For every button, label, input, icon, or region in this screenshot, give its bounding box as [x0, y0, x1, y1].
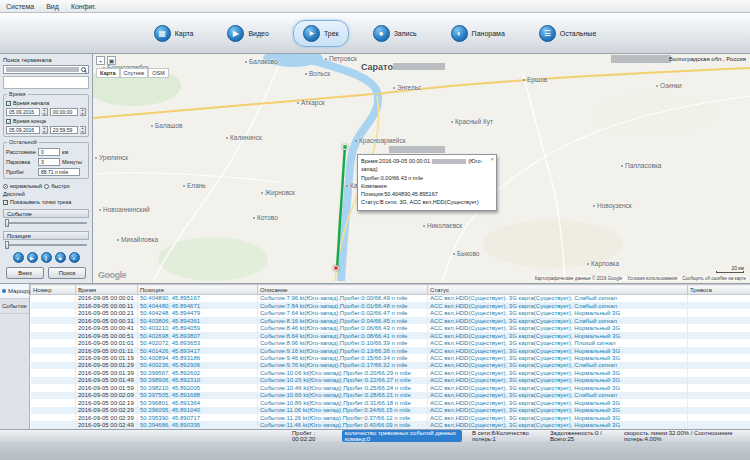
- table-row[interactable]: 2016-09-05 00:00:0150.404890, 45.895167С…: [31, 295, 750, 302]
- map-scale: 20 км: [716, 265, 744, 273]
- panorama-icon: ◐: [451, 25, 468, 42]
- table-row[interactable]: 2016-09-05 00:01:4950.398906, 45.892310С…: [31, 377, 750, 384]
- layer-osm-button[interactable]: OSM: [148, 68, 169, 78]
- parking-input[interactable]: 3: [38, 158, 60, 166]
- terminal-search-input[interactable]: [3, 65, 89, 74]
- event-section-header[interactable]: Событие: [3, 209, 89, 218]
- table-row[interactable]: 2016-09-05 00:00:1150.404480, 45.894671С…: [31, 302, 750, 309]
- zoom-in-icon[interactable]: +: [96, 56, 105, 65]
- table-row[interactable]: 2016-09-05 00:02:0950.397505, 45.891688С…: [31, 392, 750, 399]
- column-header[interactable]: Номер: [31, 285, 76, 295]
- tab-event[interactable]: Событие: [0, 299, 29, 314]
- window-edge: [0, 442, 750, 460]
- popup-close-icon[interactable]: ×: [490, 155, 494, 164]
- redacted-vehicle: [432, 159, 466, 164]
- other-group-title: Остальной: [7, 139, 39, 145]
- toolbar-tab-label: Карта: [175, 30, 194, 37]
- redacted-label: [611, 55, 671, 63]
- pause-button[interactable]: ∥: [41, 252, 52, 263]
- mileage-input[interactable]: 88.71 n mile: [38, 168, 80, 176]
- toolbar-tab-Запись[interactable]: ●Запись: [363, 20, 427, 47]
- map-attribution: Картографические данные © 2016 Google Ус…: [533, 276, 748, 281]
- table-row[interactable]: 2016-09-05 00:01:2950.400236, 45.892906С…: [31, 362, 750, 369]
- map-label: Энгельс: [393, 84, 421, 91]
- layer-map-button[interactable]: Карта: [96, 68, 120, 78]
- distance-select[interactable]: 0: [38, 148, 60, 156]
- time-start-checkbox[interactable]: [6, 101, 11, 106]
- mode-normal-radio[interactable]: [3, 184, 8, 189]
- event-slider[interactable]: [3, 218, 89, 227]
- start-date-spinner[interactable]: ▲▼: [42, 108, 48, 116]
- track-end-marker[interactable]: [333, 265, 339, 271]
- column-header[interactable]: Тревога: [688, 285, 750, 295]
- end-time-input[interactable]: 23:59:59: [50, 126, 78, 134]
- start-time-spinner[interactable]: ▲▼: [80, 108, 86, 116]
- route-icon: [2, 289, 6, 293]
- map-canvas[interactable]: СаратовЭнгельсБалаковоВольскПетровскАтка…: [93, 54, 750, 283]
- play-button[interactable]: ▶: [27, 252, 38, 263]
- table-row[interactable]: 2016-09-05 00:01:0150.402072, 45.893653С…: [31, 339, 750, 346]
- column-header[interactable]: Описание: [258, 285, 428, 295]
- alarm-count[interactable]: количество тревожных событий данных кома…: [342, 430, 462, 442]
- event-slider-handle[interactable]: [5, 219, 9, 227]
- layer-satellite-button[interactable]: Спутник: [120, 68, 149, 78]
- table-row[interactable]: 2016-09-05 00:00:3150.403806, 45.894361С…: [31, 317, 750, 324]
- menu-config[interactable]: Конфиг.: [71, 3, 96, 10]
- forward-button[interactable]: »: [69, 252, 80, 263]
- toolbar-tab-Панорама[interactable]: ◐Панорама: [441, 20, 515, 47]
- table-row[interactable]: 2016-09-05 00:00:4150.403210, 45.894059С…: [31, 324, 750, 331]
- stop-button[interactable]: ■: [55, 252, 66, 263]
- end-date-spinner[interactable]: ▲▼: [42, 126, 48, 134]
- search-icon[interactable]: [81, 67, 86, 72]
- toolbar-tab-Карта[interactable]: ▦Карта: [144, 20, 204, 47]
- position-section-header[interactable]: Позиция: [3, 231, 89, 240]
- menu-view[interactable]: Вид: [46, 3, 59, 10]
- position-slider-handle[interactable]: [5, 241, 9, 249]
- table-row[interactable]: 2016-09-05 00:01:1950.400894, 45.893186С…: [31, 354, 750, 361]
- popup-status: Статус:В сети, 3G, ACC вкл,HDD(Существуе…: [361, 198, 493, 206]
- track-start-marker[interactable]: [342, 144, 348, 150]
- table-row[interactable]: 2016-09-05 00:02:4950.394686, 45.890395С…: [31, 421, 750, 429]
- distance-unit: км: [62, 149, 68, 155]
- toolbar-tab-Трек[interactable]: ➤Трек: [293, 20, 349, 47]
- end-date-input[interactable]: 05.09.2016: [6, 126, 40, 134]
- down-button[interactable]: Вниз: [6, 267, 44, 279]
- rewind-button[interactable]: «: [13, 252, 24, 263]
- table-row[interactable]: 2016-09-05 00:01:1150.401426, 45.893417С…: [31, 347, 750, 354]
- table-row[interactable]: 2016-09-05 00:00:2150.404248, 45.894479С…: [31, 309, 750, 316]
- column-header[interactable]: Время: [76, 285, 138, 295]
- toolbar-tab-label: Трек: [324, 30, 339, 37]
- redacted-label: [389, 146, 445, 153]
- menu-system[interactable]: Система: [6, 3, 34, 10]
- table-row[interactable]: 2016-09-05 00:02:3950.395390, 45.890717С…: [31, 414, 750, 421]
- map-label: Ершов: [523, 76, 547, 83]
- toolbar-tab-Видео[interactable]: ▶Видео: [217, 20, 278, 47]
- table-row[interactable]: 2016-09-05 00:00:5150.402698, 45.893807С…: [31, 332, 750, 339]
- time-end-checkbox[interactable]: [6, 119, 11, 124]
- toolbar-tab-Остальные[interactable]: ☰Остальные: [529, 20, 607, 47]
- map-label: Калининск: [226, 134, 262, 141]
- position-slider[interactable]: [3, 240, 89, 249]
- mode-fast-radio[interactable]: [44, 184, 49, 189]
- track-table-section: Маршрут Событие НомерВремяПозицияОписани…: [0, 283, 750, 429]
- column-header[interactable]: Статус: [428, 285, 688, 295]
- tab-route[interactable]: Маршрут: [0, 284, 29, 299]
- start-time-input[interactable]: 00:00:00: [50, 108, 78, 116]
- map-label: Жирновск: [261, 189, 295, 196]
- map-label: Красноармейск: [355, 137, 406, 144]
- report-error-link[interactable]: Сообщить об ошибке на карте: [682, 276, 746, 281]
- main-toolbar: ▦Карта▶Видео➤Трек●Запись◐Панорама☰Осталь…: [0, 13, 750, 54]
- end-time-spinner[interactable]: ▲▼: [80, 126, 86, 134]
- start-date-input[interactable]: 05.09.2016: [6, 108, 40, 116]
- table-row[interactable]: 2016-09-05 00:02:2950.396095, 45.891040С…: [31, 407, 750, 414]
- table-row[interactable]: 2016-09-05 00:01:5950.398210, 45.892005С…: [31, 384, 750, 391]
- column-header[interactable]: Позиция: [138, 285, 258, 295]
- search-button[interactable]: Поиск: [48, 267, 86, 279]
- table-row[interactable]: 2016-09-05 00:02:1950.396801, 45.891364С…: [31, 399, 750, 406]
- terms-link[interactable]: Условия использования: [627, 276, 677, 281]
- table-row[interactable]: 2016-09-05 00:01:3950.399567, 45.892602С…: [31, 369, 750, 376]
- terminal-list[interactable]: [3, 76, 89, 89]
- show-track-points-checkbox[interactable]: [3, 200, 8, 205]
- fullscreen-icon[interactable]: ▣: [107, 56, 116, 65]
- attribution-text: Картографические данные © 2016 Google: [535, 276, 623, 281]
